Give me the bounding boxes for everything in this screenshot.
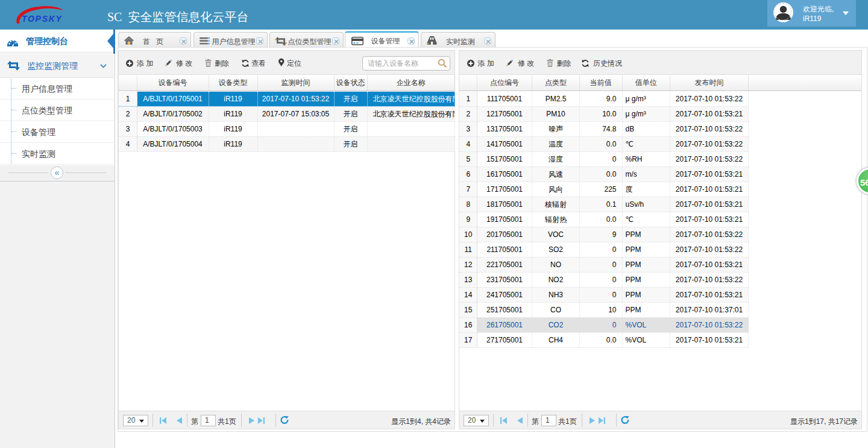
svg-text:TOPSKY: TOPSKY [22, 14, 63, 24]
